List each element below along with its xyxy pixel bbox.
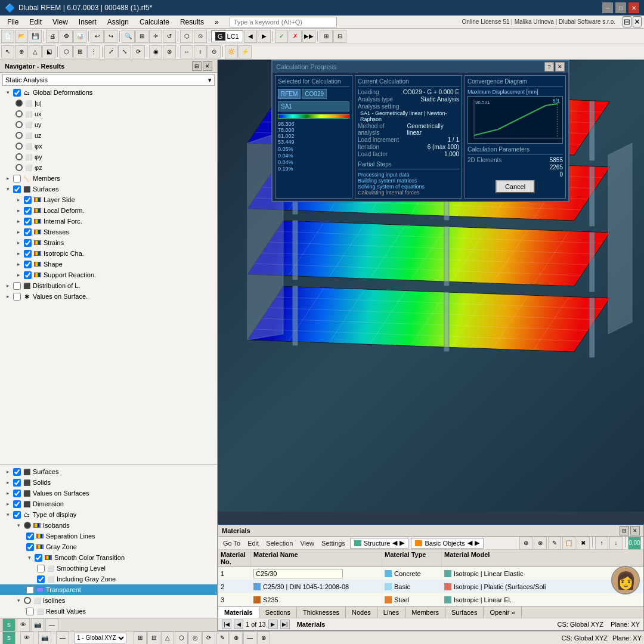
tb2-17[interactable]: ⚡ [239, 45, 252, 58]
check-local-deform[interactable] [24, 207, 32, 215]
tree-shape[interactable]: ▸ Shape [0, 259, 217, 270]
mat-view[interactable]: View [298, 540, 317, 547]
mat-settings[interactable]: Settings [319, 540, 348, 547]
check-distribution[interactable] [13, 282, 21, 290]
tb-top[interactable]: ⊙ [194, 30, 207, 43]
tree-isotropic[interactable]: ▸ Isotropic Cha. [0, 248, 217, 259]
st-icon-7[interactable]: ✎ [216, 631, 229, 645]
expand-icon[interactable]: ▾ [14, 521, 23, 530]
tree-ux[interactable]: ⬜ ux [0, 109, 217, 119]
nav-restore-btn[interactable]: ⊟ [192, 61, 202, 71]
tree-isobands[interactable]: ▾ Isobands [0, 520, 217, 531]
tb-cross[interactable]: ✗ [289, 30, 302, 43]
tb-select[interactable]: ⊞ [135, 30, 148, 43]
tb2-5[interactable]: ⬡ [60, 45, 73, 58]
mat-obj-arrow-left[interactable]: ◀ [467, 539, 472, 547]
check-internal[interactable] [24, 218, 32, 225]
tree-members[interactable]: ▸ 🦴 Members [0, 173, 217, 184]
calc-close-btn[interactable]: ✕ [555, 62, 565, 72]
tree-global-deformations[interactable]: ▾ 🗂 Global Deformations [0, 87, 217, 98]
tb-run[interactable]: ▶▶ [302, 30, 315, 43]
mat-name-3[interactable]: S235 [251, 593, 382, 606]
coord-sys-select[interactable]: 1 - Global XYZ [74, 633, 126, 643]
cancel-button[interactable]: Cancel [496, 180, 535, 193]
tb2-9[interactable]: ⤡ [118, 45, 131, 58]
tb-btn-2[interactable]: 📊 [73, 30, 86, 43]
mat-action-ok[interactable]: 0,00 [628, 537, 641, 550]
check-strains[interactable] [24, 239, 32, 247]
status-view-btn[interactable]: 👁 [20, 631, 33, 645]
expand-icon[interactable]: ▸ [4, 281, 12, 290]
expand-icon[interactable]: ▸ [4, 467, 12, 476]
radio-phix[interactable] [16, 143, 23, 150]
mat-structure-dropdown[interactable]: Structure ◀ ▶ [350, 538, 409, 549]
tree-result-values[interactable]: ⬜ Result Values [0, 606, 217, 617]
st-icon-2[interactable]: ⊟ [147, 631, 160, 645]
tree-strains[interactable]: ▸ Strains [0, 237, 217, 248]
check-transparent[interactable] [26, 586, 34, 594]
mat-name-input-1[interactable] [253, 569, 343, 578]
tb2-1[interactable]: ↖ [1, 45, 14, 58]
expand-icon[interactable]: ▸ [14, 249, 23, 258]
tree-values-surfaces-2[interactable]: ▸ ⬛ Values on Surfaces [0, 488, 217, 499]
mat-row-2[interactable]: 2 C25/30 | DIN 1045-1:2008-08 Basic Isot… [218, 580, 643, 593]
radio-u-abs[interactable] [16, 100, 23, 107]
tree-type-of-display[interactable]: ▾ 🗂 Type of display [0, 509, 217, 520]
nav-tb-camera[interactable]: 📷 [31, 618, 44, 631]
mat-tab-members[interactable]: Members [405, 607, 445, 618]
expand-icon[interactable]: ▸ [4, 174, 12, 182]
tree-u-abs[interactable]: ⬜ |u| [0, 98, 217, 109]
radio-ux[interactable] [16, 110, 23, 117]
check-gray-zone[interactable] [26, 543, 34, 551]
expand-icon[interactable]: ▾ [4, 88, 12, 97]
tree-values-on-surfaces[interactable]: ▸ ✱ Values on Surface. [0, 291, 217, 302]
tree-phiy[interactable]: ⬜ φy [0, 151, 217, 162]
menu-assign[interactable]: Assign [103, 17, 134, 27]
st-icon-9[interactable]: — [243, 631, 256, 645]
tb-zoom[interactable]: 🔍 [122, 30, 135, 43]
expand-icon[interactable]: ▸ [14, 239, 23, 247]
mat-action-7[interactable]: ↓ [609, 537, 623, 550]
mat-row-3[interactable]: 3 S235 Steel Isotropic | Linear El. [218, 593, 643, 606]
check-values-surfaces[interactable] [13, 293, 21, 301]
tb2-10[interactable]: ⟳ [132, 45, 145, 58]
tb2-15[interactable]: ⊙ [208, 45, 221, 58]
tree-phix[interactable]: ⬜ φx [0, 141, 217, 151]
radio-uy[interactable] [16, 121, 23, 128]
mat-close-btn[interactable]: ✕ [630, 526, 640, 535]
menu-edit[interactable]: Edit [24, 17, 47, 27]
mat-tab-sections[interactable]: Sections [259, 607, 297, 618]
expand-icon[interactable]: ▾ [14, 596, 23, 605]
st-icon-10[interactable]: ⊗ [257, 631, 270, 645]
check-isotropic[interactable] [24, 250, 32, 258]
mat-tab-materials[interactable]: Materials [218, 607, 259, 618]
expand-icon[interactable]: ▸ [4, 292, 12, 301]
open-button[interactable]: 📂 [15, 30, 28, 43]
tb2-8[interactable]: ⤢ [104, 45, 117, 58]
tb-check[interactable]: ✓ [275, 30, 288, 43]
tb2-13[interactable]: ↔ [180, 45, 193, 58]
mat-action-6[interactable]: ↑ [595, 537, 608, 550]
tree-smoothing-level[interactable]: ⬜ Smoothing Level [0, 563, 217, 574]
status-extra-btn[interactable]: — [56, 631, 69, 645]
radio-uz[interactable] [16, 132, 23, 139]
tree-uz[interactable]: ⬜ uz [0, 130, 217, 141]
tb-extra1[interactable]: ⊞ [320, 30, 333, 43]
tb-extra2[interactable]: ⊟ [333, 30, 346, 43]
check-dimension[interactable] [13, 500, 21, 508]
tb2-6[interactable]: ⊞ [73, 45, 86, 58]
nav-tb-surfaces[interactable]: S [2, 618, 16, 631]
tree-internal-forces[interactable]: ▸ Internal Forc. [0, 216, 217, 227]
tb2-14[interactable]: ↕ [194, 45, 207, 58]
radio-isobands[interactable] [24, 522, 31, 529]
tb2-2[interactable]: ⊕ [15, 45, 28, 58]
check-result-values[interactable] [26, 608, 34, 615]
nav-tb-extra[interactable]: — [45, 618, 58, 631]
close-button[interactable]: ✕ [628, 2, 639, 13]
check-members[interactable] [13, 175, 21, 182]
menu-more[interactable]: » [210, 17, 224, 27]
expand-icon[interactable]: ▸ [14, 206, 23, 215]
st-icon-4[interactable]: ⬡ [175, 631, 188, 645]
tb-btn-1[interactable]: ⚙ [60, 30, 73, 43]
mat-name-1[interactable] [251, 567, 382, 580]
